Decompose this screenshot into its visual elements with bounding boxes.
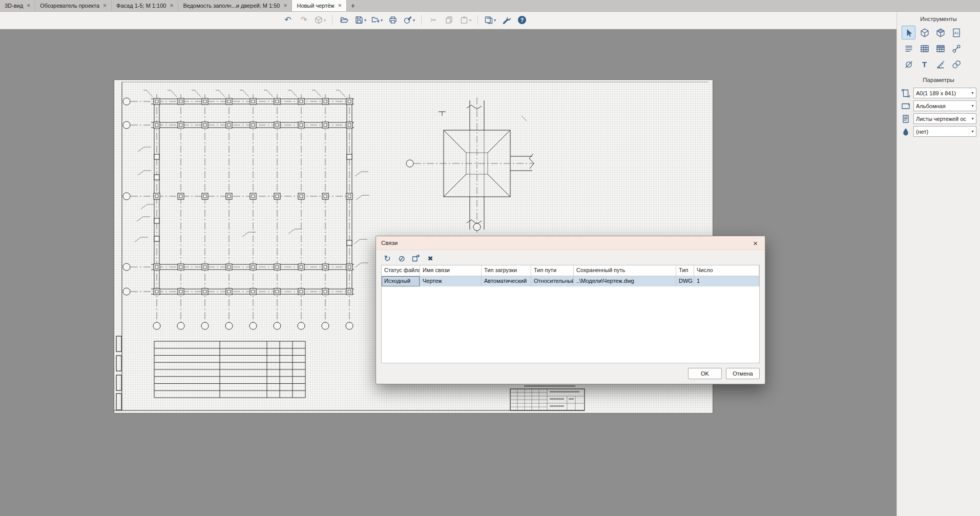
orientation-select[interactable]: Альбомная▾ — [913, 100, 976, 111]
dialog-toolbar: ↻⊘✖ — [376, 250, 765, 266]
close-icon[interactable]: × — [751, 239, 760, 247]
tab-close-icon[interactable]: × — [170, 3, 173, 9]
disable-button[interactable]: ⊘ — [397, 253, 407, 263]
axis-circles-tool[interactable] — [949, 57, 963, 71]
column-header[interactable]: Сохраненный путь — [574, 265, 676, 276]
svg-text:A1: A1 — [954, 31, 958, 34]
copy-button — [443, 14, 455, 26]
tab-label: Ведомость заполн...и дверей; М 1:50 — [183, 3, 280, 9]
dialog-title-bar[interactable]: Связи × — [376, 236, 765, 250]
sheet-format-icon — [901, 89, 910, 98]
column-header[interactable]: Тип пути — [531, 265, 574, 276]
cell: ..\Модели\Чертеж.dwg — [574, 276, 676, 286]
save-button[interactable]: ▾ — [354, 14, 367, 26]
dropdown-arrow-icon[interactable]: ▾ — [469, 18, 471, 23]
grid-table-tool[interactable] — [918, 42, 931, 55]
tab-4[interactable]: Ведомость заполн...и дверей; М 1:50× — [178, 0, 292, 11]
dialog-buttons: OK Отмена — [688, 368, 760, 379]
circles-icon — [951, 59, 962, 70]
section-tool[interactable] — [933, 26, 947, 39]
style-select[interactable]: (нет)▾ — [913, 126, 976, 137]
visual-style-icon — [403, 15, 412, 25]
copy-icon — [445, 15, 454, 25]
tab-close-icon[interactable]: × — [103, 3, 107, 9]
tab-3[interactable]: Фасад 1-5; М 1:100× — [112, 0, 178, 11]
tab-1[interactable]: 3D-вид× — [0, 0, 35, 11]
new-tab-button[interactable]: + — [347, 0, 359, 11]
tab-label: 3D-вид — [5, 3, 23, 9]
cancel-button[interactable]: Отмена — [726, 368, 760, 379]
links-table[interactable]: Статус файлаИмя связиТип загрузкиТип пут… — [381, 265, 760, 363]
column-header[interactable]: Число — [694, 265, 759, 276]
chevron-down-icon[interactable]: ▾ — [969, 91, 976, 95]
tab-label: Новый чертёж — [297, 3, 334, 9]
cut-icon: ✂ — [430, 16, 436, 24]
open-button[interactable] — [338, 14, 350, 26]
column-header[interactable]: Имя связи — [420, 265, 482, 276]
specification-tool[interactable] — [902, 42, 915, 55]
sheet-template-select[interactable]: Листы чертежей ос▾ — [913, 113, 976, 124]
export-button[interactable]: ▾ — [370, 14, 383, 26]
params-panel-title: Параметры — [897, 72, 980, 86]
block-icon: ⊘ — [398, 254, 405, 263]
material-icon — [901, 127, 910, 136]
tab-2[interactable]: Обозреватель проекта× — [35, 0, 112, 11]
tools-panel-title: Инструменты — [897, 11, 980, 25]
dropdown-arrow-icon[interactable]: ▾ — [413, 18, 415, 23]
right-panel: Инструменты A1T Параметры A0(1 189 x 841… — [896, 11, 980, 516]
chevron-down-icon[interactable]: ▾ — [969, 129, 976, 134]
cell: Чертеж — [420, 276, 482, 286]
node-icon — [951, 44, 962, 54]
help-button[interactable]: ? — [516, 14, 528, 26]
ok-button[interactable]: OK — [688, 368, 722, 379]
refresh-icon: ↻ — [384, 254, 390, 263]
toolbar-items: ↶↷▾▾▾▾✂▾▾? — [282, 14, 528, 26]
dropdown-arrow-icon[interactable]: ▾ — [364, 18, 366, 23]
view-tool[interactable] — [918, 26, 931, 39]
dropdown-arrow-icon[interactable]: ▾ — [381, 18, 383, 23]
table-icon — [935, 44, 946, 54]
delete-icon: ✖ — [428, 255, 433, 262]
sheet-format-select[interactable]: A0(1 189 x 841)▾ — [913, 88, 976, 98]
links-dialog: Связи × ↻⊘✖ Статус файлаИмя связиТип заг… — [376, 236, 765, 384]
visual-style-button[interactable]: ▾ — [403, 14, 415, 26]
chevron-down-icon[interactable]: ▾ — [969, 116, 976, 121]
settings-button[interactable] — [500, 14, 512, 26]
tab-close-icon[interactable]: × — [27, 3, 30, 9]
column-header[interactable]: Тип загрузки — [482, 265, 531, 276]
drawing-view-tool[interactable]: A1 — [949, 26, 963, 39]
help-icon: ? — [518, 16, 526, 24]
diameter-dimension-tool[interactable] — [902, 57, 915, 71]
measure-tool[interactable] — [933, 57, 947, 71]
undo-button[interactable]: ↶ — [282, 14, 294, 26]
node-tool[interactable] — [949, 42, 963, 55]
sheets-button[interactable]: ▾ — [484, 14, 496, 26]
delete-button[interactable]: ✖ — [425, 253, 435, 263]
tab-bar: 3D-вид×Обозреватель проекта×Фасад 1-5; М… — [0, 0, 980, 12]
tab-5[interactable]: Новый чертёж× — [292, 0, 346, 11]
replace-button[interactable] — [411, 253, 421, 263]
section-icon — [935, 28, 946, 38]
link-row[interactable]: ИсходныйЧертежАвтоматическийОтносительны… — [382, 276, 759, 286]
tab-close-icon[interactable]: × — [283, 3, 287, 9]
select-tool[interactable] — [902, 26, 915, 39]
cell: Автоматический — [482, 276, 531, 286]
refresh-button[interactable]: ↻ — [382, 253, 392, 263]
main-toolbar: ↶↷▾▾▾▾✂▾▾? — [0, 11, 897, 29]
table-tool[interactable] — [933, 42, 947, 55]
param-row-2: Альбомная▾ — [897, 99, 980, 112]
export-icon — [371, 15, 380, 25]
print-button[interactable] — [387, 14, 399, 26]
dropdown-arrow-icon[interactable]: ▾ — [324, 18, 326, 23]
text-tool[interactable]: T — [918, 57, 931, 71]
column-header[interactable]: Тип — [676, 265, 694, 276]
cell: DWG — [676, 276, 694, 286]
tab-close-icon[interactable]: × — [338, 3, 342, 9]
dialog-title: Связи — [381, 240, 398, 246]
table-body: ИсходныйЧертежАвтоматическийОтносительны… — [382, 276, 759, 286]
view-icon — [920, 28, 930, 38]
chevron-down-icon[interactable]: ▾ — [969, 104, 976, 108]
dropdown-arrow-icon[interactable]: ▾ — [494, 18, 496, 23]
redo-button: ↷ — [298, 14, 310, 26]
column-header[interactable]: Статус файла — [382, 265, 420, 276]
